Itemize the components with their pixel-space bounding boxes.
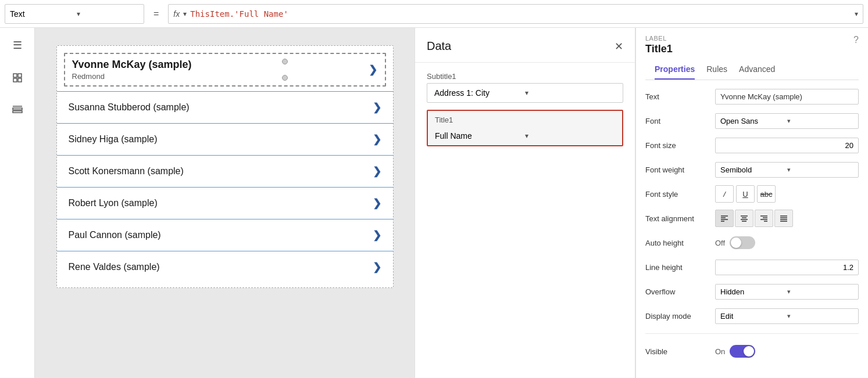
italic-button[interactable]: / [715,185,734,203]
fx-label: fx [173,9,180,19]
strikethrough-button[interactable]: abc [757,185,776,203]
property-dropdown-value: Text [10,9,72,19]
prop-text-value-container: Yvonne McKay (sample) [715,89,859,105]
selected-item-title: Yvonne McKay (sample) [72,59,192,71]
list-item-chevron: ❯ [373,101,381,114]
list-item-label: Susanna Stubberod (sample) [69,102,190,113]
prop-font-select[interactable]: Open Sans ▾ [715,113,859,129]
prop-auto-height-value: Off [715,236,859,249]
help-icon[interactable]: ? [853,35,859,45]
prop-font-weight-value: Semibold [720,165,787,174]
align-center-button[interactable] [735,210,753,227]
prop-font-row: Font Open Sans ▾ [645,111,859,130]
prop-line-height-input[interactable]: 1.2 [715,260,859,275]
align-left-button[interactable] [715,210,734,227]
props-label-small: LABEL [645,35,673,42]
prop-font-size-label: Font size [645,141,715,150]
prop-line-height-row: Line height 1.2 [645,258,859,276]
list-item-chevron: ❯ [373,261,381,273]
list-item-label: Robert Lyon (sample) [69,198,158,208]
selected-item-subtitle: Redmond [72,72,192,81]
visible-on-label: On [715,347,725,356]
sidebar-grid-icon[interactable] [7,100,28,121]
prop-auto-height-label: Auto height [645,239,715,247]
prop-overflow-chevron: ▾ [787,288,854,296]
svg-rect-2 [13,78,17,82]
underline-button[interactable]: U [736,185,755,203]
canvas-area: Yvonne McKay (sample) Redmond ❯ Susanna … [35,28,415,378]
align-right-button[interactable] [755,210,773,227]
property-dropdown-chevron: ▾ [77,10,139,18]
prop-font-size-input[interactable]: 20 [715,138,859,153]
list-item[interactable]: Susanna Stubberod (sample) ❯ [57,91,393,123]
title1-chevron: ▾ [525,132,615,140]
prop-visible-label: Visible [645,347,715,356]
list-item-label: Scott Konersmann (sample) [69,166,184,177]
prop-font-weight-select[interactable]: Semibold ▾ [715,162,859,178]
list-item[interactable]: Robert Lyon (sample) ❯ [57,187,393,219]
list-item[interactable]: Rene Valdes (sample) ❯ [57,251,393,283]
svg-rect-3 [18,78,22,82]
prop-text-value[interactable]: Yvonne McKay (sample) [715,89,859,105]
tab-advanced[interactable]: Advanced [739,60,775,80]
property-dropdown[interactable]: Text ▾ [5,4,144,24]
visible-toggle-knob [744,346,754,357]
fx-chevron: ▾ [183,10,187,18]
props-header-left: LABEL Title1 [645,35,673,55]
left-sidebar: ☰ [0,28,35,378]
prop-visible-value: On [715,345,859,358]
svg-rect-1 [18,74,22,77]
prop-display-mode-chevron: ▾ [787,312,854,320]
list-panel: Yvonne McKay (sample) Redmond ❯ Susanna … [56,45,394,288]
prop-visible-row: Visible On [645,342,859,361]
list-item[interactable]: Scott Konersmann (sample) ❯ [57,155,393,187]
sidebar-layers-icon[interactable] [7,67,28,88]
prop-text-align-row: Text alignment [645,209,859,228]
list-item-chevron: ❯ [373,229,381,242]
data-panel: Data ✕ Subtitle1 Address 1: City ▾ Title… [415,28,635,378]
list-item-label: Rene Valdes (sample) [69,262,160,272]
prop-display-mode-select[interactable]: Edit ▾ [715,308,859,324]
prop-font-weight-chevron: ▾ [787,166,854,174]
sidebar-hamburger-icon[interactable]: ☰ [7,35,28,56]
list-item-label: Paul Cannon (sample) [69,230,161,240]
prop-font-size-row: Font size 20 [645,136,859,154]
prop-font-weight-row: Font weight Semibold ▾ [645,160,859,179]
main-layout: ☰ Yvonne McKay (sample) Redmon [0,28,868,378]
svg-rect-0 [13,74,17,77]
prop-overflow-row: Overflow Hidden ▾ [645,282,859,301]
data-panel-close-button[interactable]: ✕ [615,40,623,53]
subtitle1-field: Subtitle1 Address 1: City ▾ [427,72,623,103]
prop-text-align-label: Text alignment [645,214,715,223]
auto-height-toggle[interactable] [730,236,755,249]
subtitle1-select[interactable]: Address 1: City ▾ [427,83,623,103]
prop-overflow-select[interactable]: Hidden ▾ [715,284,859,300]
title1-value: Full Name [435,131,525,141]
align-justify-button[interactable] [774,210,793,227]
prop-text-label: Text [645,92,715,101]
prop-font-chevron: ▾ [787,117,854,125]
title1-label: Title1 [428,111,622,127]
tab-properties[interactable]: Properties [655,60,695,80]
selected-item-chevron: ❯ [369,63,377,76]
title1-select[interactable]: Full Name ▾ [428,127,622,145]
visible-toggle[interactable] [730,345,755,358]
title1-field: Title1 Full Name ▾ [427,110,623,146]
prop-line-height-label: Line height [645,263,715,272]
data-panel-body: Subtitle1 Address 1: City ▾ Title1 Full … [415,63,635,156]
list-item[interactable]: Sidney Higa (sample) ❯ [57,123,393,155]
prop-line-height-value-container: 1.2 [715,260,859,275]
tab-rules[interactable]: Rules [706,60,727,80]
handle-bottom [282,75,288,81]
prop-font-style-buttons: / U abc [715,185,859,203]
handle-top [282,59,288,64]
props-panel-header: LABEL Title1 ? Properties Rules Advanced [636,28,868,80]
selected-list-item[interactable]: Yvonne McKay (sample) Redmond ❯ [64,53,386,87]
subtitle1-label: Subtitle1 [427,72,623,81]
formula-bar[interactable]: fx ▾ ThisItem.'Full Name' ▾ [168,4,863,24]
prop-font-size-value-container: 20 [715,138,859,153]
prop-font-value: Open Sans [720,117,787,125]
prop-font-weight-value-container: Semibold ▾ [715,162,859,178]
divider [645,333,859,334]
list-item[interactable]: Paul Cannon (sample) ❯ [57,219,393,251]
